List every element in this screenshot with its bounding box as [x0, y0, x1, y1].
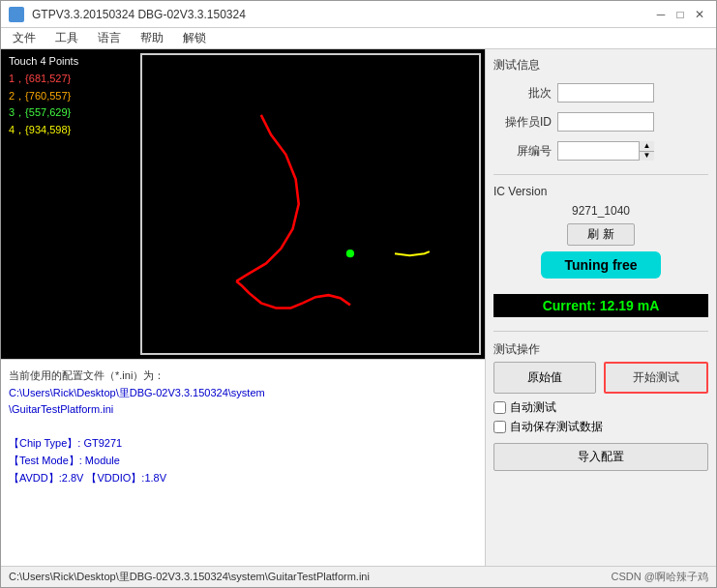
- log-line-5: 【Test Mode】: Module: [9, 453, 477, 470]
- ic-version-section: IC Version 9271_1040 刷 新 Tuning free: [493, 185, 708, 284]
- menu-help[interactable]: 帮助: [133, 28, 171, 48]
- log-line-2: \GuitarTestPlatform.ini: [9, 401, 477, 419]
- log-panel: 当前使用的配置文件（*.ini）为： C:\Users\Rick\Desktop…: [1, 359, 485, 566]
- status-bar: C:\Users\Rick\Desktop\里DBG-02V3.3.150324…: [1, 566, 716, 587]
- batch-label: 批次: [493, 85, 552, 102]
- screen-row: 屏编号 ▲ ▼: [493, 141, 708, 161]
- menu-language[interactable]: 语言: [90, 28, 129, 48]
- close-button[interactable]: ✕: [691, 6, 708, 23]
- auto-save-row: 自动保存测试数据: [493, 419, 708, 435]
- window-title: GTPV3.3.20150324 DBG-02V3.3.150324: [32, 8, 246, 21]
- title-bar: GTPV3.3.20150324 DBG-02V3.3.150324 ─ □ ✕: [1, 1, 716, 28]
- refresh-button[interactable]: 刷 新: [567, 223, 634, 246]
- title-bar-controls: ─ □ ✕: [652, 6, 708, 23]
- spin-up-button[interactable]: ▲: [640, 141, 654, 152]
- divider-2: [493, 331, 708, 332]
- auto-save-checkbox[interactable]: [493, 421, 506, 433]
- watermark: CSDN @啊哈辣子鸡: [612, 570, 708, 584]
- svg-point-0: [346, 250, 354, 257]
- menu-unlock[interactable]: 解锁: [175, 28, 214, 48]
- canvas-area: [140, 53, 481, 355]
- menu-file[interactable]: 文件: [5, 28, 44, 48]
- status-path: C:\Users\Rick\Desktop\里DBG-02V3.3.150324…: [9, 570, 370, 584]
- log-line-6: 【AVDD】:2.8V 【VDDIO】:1.8V: [9, 470, 477, 487]
- minimize-button[interactable]: ─: [652, 6, 670, 23]
- touch-display: Touch 4 Points 1，{681,527} 2，{760,557} 3…: [1, 49, 485, 359]
- test-section: 测试操作 原始值 开始测试 自动测试 自动保存测试数据 导入配置: [493, 341, 708, 471]
- title-bar-left: GTPV3.3.20150324 DBG-02V3.3.150324: [9, 7, 246, 22]
- log-line-0: 当前使用的配置文件（*.ini）为：: [9, 368, 477, 385]
- import-config-button[interactable]: 导入配置: [493, 443, 708, 471]
- log-line-4: 【Chip Type】: GT9271: [9, 435, 477, 453]
- touch-info-panel: Touch 4 Points 1，{681,527} 2，{760,557} 3…: [1, 49, 136, 359]
- operator-input[interactable]: [557, 112, 654, 132]
- auto-test-row: 自动测试: [493, 399, 708, 416]
- auto-test-label: 自动测试: [510, 399, 556, 416]
- start-test-button[interactable]: 开始测试: [604, 362, 708, 394]
- touch-point-2: 2，{760,557}: [9, 88, 129, 105]
- log-line-1: C:\Users\Rick\Desktop\里DBG-02V3.3.150324…: [9, 385, 477, 402]
- ic-version-label: IC Version: [493, 185, 708, 198]
- tuning-free-button[interactable]: Tuning free: [541, 251, 660, 279]
- app-icon: [9, 7, 24, 22]
- main-window: GTPV3.3.20150324 DBG-02V3.3.150324 ─ □ ✕…: [0, 0, 717, 588]
- batch-row: 批次: [493, 83, 708, 103]
- auto-test-checkbox[interactable]: [493, 401, 506, 414]
- auto-save-label: 自动保存测试数据: [510, 419, 603, 435]
- operator-row: 操作员ID: [493, 112, 708, 132]
- screen-label: 屏编号: [493, 143, 552, 160]
- raw-value-button[interactable]: 原始值: [493, 362, 596, 394]
- test-buttons: 原始值 开始测试: [493, 362, 708, 394]
- spin-arrows: ▲ ▼: [639, 141, 654, 161]
- current-bar: Current: 12.19 mA: [493, 294, 708, 317]
- maximize-button[interactable]: □: [672, 6, 689, 23]
- touch-point-3: 3，{557,629}: [9, 104, 129, 122]
- menu-bar: 文件 工具 语言 帮助 解锁: [1, 28, 716, 49]
- test-info-title: 测试信息: [493, 57, 708, 74]
- batch-input[interactable]: [557, 83, 654, 103]
- menu-tools[interactable]: 工具: [47, 28, 86, 48]
- operator-label: 操作员ID: [493, 114, 552, 131]
- left-panel: Touch 4 Points 1，{681,527} 2，{760,557} 3…: [1, 49, 485, 566]
- main-content: Touch 4 Points 1，{681,527} 2，{760,557} 3…: [1, 49, 716, 566]
- test-section-title: 测试操作: [493, 341, 708, 358]
- spin-down-button[interactable]: ▼: [640, 152, 654, 162]
- touch-canvas: [142, 55, 479, 353]
- touch-point-1: 1，{681,527}: [9, 71, 129, 88]
- touch-point-4: 4，{934,598}: [9, 122, 129, 139]
- ic-version-value: 9271_1040: [493, 204, 708, 218]
- screen-spin-wrapper: ▲ ▼: [557, 141, 654, 161]
- log-line-3: [9, 419, 477, 436]
- right-panel: 测试信息 批次 操作员ID 屏编号 ▲ ▼: [485, 49, 716, 566]
- divider-1: [493, 174, 708, 175]
- touch-title: Touch 4 Points: [9, 55, 129, 67]
